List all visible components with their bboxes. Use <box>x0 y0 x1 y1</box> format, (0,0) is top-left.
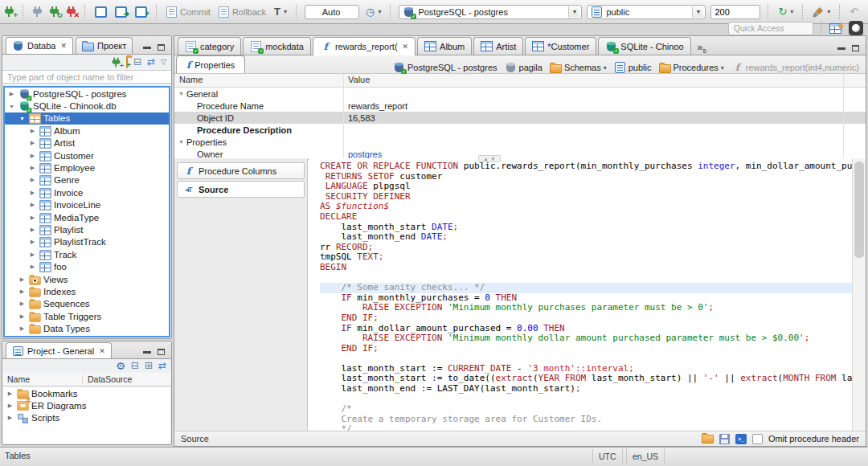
breadcrumb-pagila[interactable]: pagila <box>505 62 542 73</box>
dropdown-arrow-icon[interactable]: ▼ <box>692 6 703 18</box>
tree-item-mediatype[interactable]: ▶MediaType <box>5 211 169 223</box>
column-header-name[interactable]: Name <box>174 74 343 87</box>
tab-properties[interactable]: f Properties <box>176 55 245 73</box>
open-file-icon[interactable] <box>702 435 714 444</box>
connection-select[interactable]: ✓ PostgreSQL - postgres ▼ <box>399 5 582 19</box>
format-brush-button[interactable]: ▾ <box>811 5 832 19</box>
new-connection-icon[interactable]: + <box>113 57 121 67</box>
expand-icon[interactable]: ▶ <box>28 128 37 134</box>
minimize-button[interactable] <box>143 351 151 354</box>
tree-item-indexes[interactable]: ▶Indexes <box>5 285 169 297</box>
breadcrumb-postgresql-postgres[interactable]: ✓PostgreSQL - postgres <box>393 62 497 73</box>
editor-tab-artist[interactable]: Artist <box>473 37 523 55</box>
editor-tab-album[interactable]: Album <box>417 37 472 55</box>
dropdown-caret-icon[interactable]: ▾ <box>604 64 607 72</box>
collapse-all-icon[interactable]: ⊟ <box>133 57 141 67</box>
tab-project-general[interactable]: Project - General ✕ <box>6 342 112 358</box>
property-row-procedure-name[interactable]: Procedure Namerewards_report <box>174 100 866 112</box>
link-with-editor-icon[interactable]: ⇄ <box>147 57 155 67</box>
undo-button[interactable]: ↶ <box>848 5 860 18</box>
console-icon[interactable]: >_ <box>735 434 747 444</box>
expand-icon[interactable]: ▶ <box>28 165 37 171</box>
tab-projects[interactable]: Проект <box>76 37 133 54</box>
project-item-bookmarks[interactable]: ▶★Bookmarks <box>3 387 170 399</box>
expand-icon[interactable]: ▶ <box>18 300 27 307</box>
minimize-button[interactable] <box>837 47 845 50</box>
tree-item-foo[interactable]: ▶foo <box>5 260 169 272</box>
transaction-history-button[interactable]: ◷▾ <box>364 5 383 18</box>
expand-icon[interactable]: ▶ <box>7 91 16 97</box>
expand-icon[interactable]: ▶ <box>6 403 14 409</box>
commit-mode-select[interactable]: Auto <box>305 5 359 19</box>
expand-icon[interactable]: ▶ <box>28 153 37 159</box>
maximize-button[interactable] <box>158 349 165 355</box>
column-header-datasource[interactable]: DataSource <box>83 374 132 384</box>
reconnect-button[interactable]: ↻ <box>48 5 60 19</box>
column-divider[interactable] <box>343 74 344 159</box>
source-scrollbar[interactable] <box>852 158 866 431</box>
sql-editor-button[interactable] <box>93 5 108 19</box>
splitter-handle[interactable]: ▲▼ <box>478 155 501 162</box>
tree-item-sqlite-chinook-db[interactable]: ▼✓SQLite - Chinook.db <box>5 100 169 112</box>
expand-icon[interactable]: ▶ <box>6 415 14 421</box>
fetch-size-input[interactable] <box>710 5 760 19</box>
new-sql-editor-button[interactable]: ➜ <box>113 5 129 19</box>
editor-tab-mockdata[interactable]: ✓mockdata <box>243 37 311 55</box>
tree-item-playlisttrack[interactable]: ▶PlaylistTrack <box>5 236 169 248</box>
collapse-all-icon[interactable]: ⊟ <box>131 361 139 371</box>
dbeaver-perspective-button[interactable] <box>849 21 863 35</box>
quick-access-input[interactable] <box>728 22 813 35</box>
open-perspective-button[interactable]: ★ <box>829 23 844 34</box>
tree-item-playlist[interactable]: ▶Playlist <box>5 223 169 235</box>
editor-tab-rewards-report[interactable]: frewards_report(✕ <box>313 37 416 55</box>
new-connection-button[interactable]: + <box>3 5 15 19</box>
project-item-scripts[interactable]: ▶Scripts <box>3 412 170 424</box>
disconnect-button[interactable]: ✕ <box>65 5 77 19</box>
new-folder-icon[interactable]: + <box>126 58 128 67</box>
tree-item-genre[interactable]: ▶Genre <box>5 174 169 186</box>
expand-icon[interactable]: ▶ <box>28 215 37 221</box>
editor-tab-sqlite-chinoo[interactable]: ✓SQLite - Chinoo <box>598 37 690 55</box>
tree-item-views[interactable]: ▶Views <box>5 273 169 285</box>
breadcrumb-public[interactable]: public <box>614 62 652 73</box>
tree-item-data-types[interactable]: ▶Data Types <box>5 322 169 334</box>
tree-item-invoice[interactable]: ▶Invoice <box>5 186 169 198</box>
maximize-button[interactable] <box>852 45 859 51</box>
schema-select[interactable]: public ▼ <box>587 5 706 19</box>
tree-item-album[interactable]: ▶Album <box>5 125 169 137</box>
minimize-button[interactable] <box>143 47 151 49</box>
timezone-indicator[interactable]: UTC <box>592 449 623 463</box>
open-sql-script-button[interactable]: + <box>133 5 149 19</box>
tree-item-postgresql-postgres[interactable]: ▶✓PostgreSQL - postgres <box>5 88 169 100</box>
breadcrumb-procedures[interactable]: Procedures▾ <box>659 62 724 73</box>
expand-icon[interactable]: ▶ <box>28 251 37 258</box>
dropdown-caret-icon[interactable]: ▾ <box>721 64 724 72</box>
expand-icon[interactable]: ▶ <box>18 288 27 295</box>
close-icon[interactable]: ✕ <box>99 347 105 355</box>
expand-icon[interactable]: ▶ <box>18 325 27 332</box>
expand-icon[interactable]: ▶ <box>6 390 14 397</box>
dropdown-arrow-icon[interactable]: ▼ <box>568 6 579 18</box>
tab-overflow-button[interactable]: »5 <box>693 42 711 55</box>
tree-item-customer[interactable]: ▶Customer <box>5 149 169 161</box>
editor-tab-category[interactable]: ✓category <box>178 37 241 55</box>
collapse-icon[interactable]: ▼ <box>178 91 184 96</box>
tree-item-employee[interactable]: ▶Employee <box>5 161 169 174</box>
owner-link[interactable]: postgres <box>348 149 382 159</box>
tree-item-table-triggers[interactable]: ▶Table Triggers <box>5 310 169 322</box>
rollback-button[interactable]: Rollback <box>217 5 268 19</box>
link-with-editor-icon[interactable]: ⇄ <box>158 361 166 371</box>
maximize-button[interactable] <box>158 44 165 51</box>
source-code-viewer[interactable]: CREATE OR REPLACE FUNCTION public.reward… <box>309 158 853 431</box>
tree-item-invoiceline[interactable]: ▶InvoiceLine <box>5 199 169 211</box>
project-item-er-diagrams[interactable]: ▶ER Diagrams <box>3 399 170 411</box>
save-icon[interactable] <box>719 434 730 444</box>
collapse-icon[interactable]: ▼ <box>7 104 16 109</box>
locale-indicator[interactable]: en_US <box>626 449 665 463</box>
tree-item-tables[interactable]: ▼Tables <box>5 112 169 125</box>
scrollbar-thumb[interactable] <box>854 161 864 258</box>
editor-tab-customer[interactable]: *Customer <box>525 37 596 55</box>
editor-subtab-procedure-columns[interactable]: fProcedure Columns <box>177 162 305 179</box>
column-header-name[interactable]: Name <box>2 374 83 384</box>
breadcrumb-rewards-report-int4-numeric[interactable]: frewards_report(int4,numeric) <box>731 62 859 73</box>
